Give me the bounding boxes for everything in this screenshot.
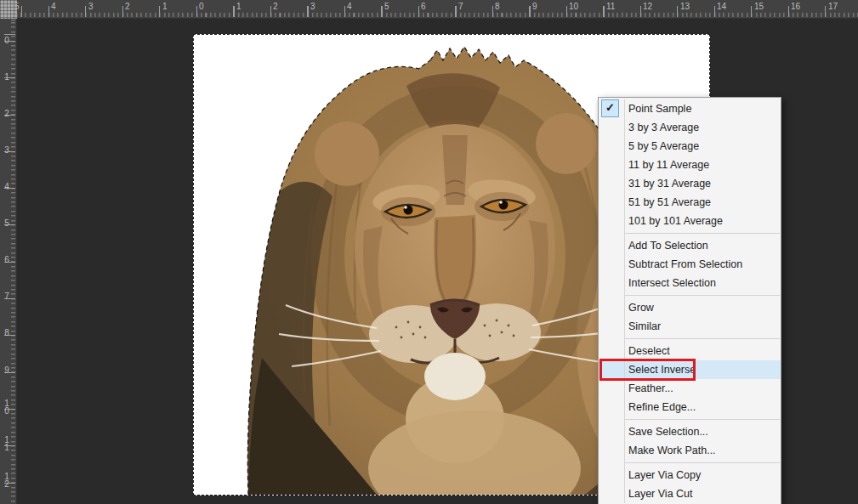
menu-icon-gutter-divider <box>624 99 625 503</box>
left-ruler-number: 11 <box>3 436 10 451</box>
left-ruler-number: 6 <box>3 256 10 263</box>
menu-item-select-inverse[interactable]: Select Inverse <box>599 360 781 379</box>
top-ruler-number: 6 <box>421 2 426 11</box>
left-ruler-number: 4 <box>3 183 10 190</box>
menu-item-label: Layer Via Cut <box>628 488 693 500</box>
menu-item-5-by-5-average[interactable]: 5 by 5 Average <box>599 137 781 156</box>
menu-item-label: Point Sample <box>628 103 691 115</box>
selection-context-menu: Point Sample✓3 by 3 Average5 by 5 Averag… <box>598 97 781 504</box>
menu-item-subtract-from-selection[interactable]: Subtract From Selection <box>599 255 781 274</box>
menu-item-label: 5 by 5 Average <box>628 140 699 152</box>
menu-item-add-to-selection[interactable]: Add To Selection <box>599 236 781 255</box>
top-ruler-number: 0 <box>199 2 204 11</box>
top-ruler-number: 17 <box>828 2 838 11</box>
top-ruler-number: 16 <box>791 2 800 11</box>
menu-separator <box>625 462 780 463</box>
menu-item-label: Similar <box>628 320 661 332</box>
menu-item-label: 31 by 31 Average <box>628 178 711 190</box>
left-ruler-number: 5 <box>3 219 10 227</box>
top-ruler-number: 13 <box>680 2 690 11</box>
left-ruler-number: 9 <box>3 366 10 374</box>
top-ruler-number: 5 <box>384 2 389 11</box>
menu-item-11-by-11-average[interactable]: 11 by 11 Average <box>599 156 781 174</box>
menu-item-3-by-3-average[interactable]: 3 by 3 Average <box>599 118 781 137</box>
menu-item-layer-via-copy[interactable]: Layer Via Copy <box>599 466 781 484</box>
menu-item-label: Refine Edge... <box>628 401 696 413</box>
left-ruler-number: 7 <box>3 292 10 300</box>
menu-item-make-work-path[interactable]: Make Work Path... <box>599 441 781 460</box>
menu-separator <box>625 338 780 339</box>
menu-item-grow[interactable]: Grow <box>599 298 781 317</box>
top-ruler-number: 4 <box>51 2 56 11</box>
menu-item-label: Save Selection... <box>628 426 708 438</box>
left-ruler-number: 8 <box>3 329 10 337</box>
menu-separator <box>625 295 780 296</box>
menu-item-101-by-101-average[interactable]: 101 by 101 Average <box>599 212 781 230</box>
menu-item-similar[interactable]: Similar <box>599 317 781 336</box>
menu-item-label: 3 by 3 Average <box>628 122 699 133</box>
top-ruler-number: 10 <box>569 2 578 11</box>
top-ruler-number: 2 <box>273 2 278 11</box>
top-ruler-number: 11 <box>606 2 615 11</box>
top-ruler-number: 12 <box>643 2 652 11</box>
menu-item-intersect-selection[interactable]: Intersect Selection <box>599 274 781 292</box>
top-ruler-number: 15 <box>754 2 764 11</box>
menu-item-label: Deselect <box>628 345 670 357</box>
left-ruler-number: 2 <box>3 110 10 117</box>
menu-item-label: Add To Selection <box>628 240 708 252</box>
top-ruler-number: 1 <box>162 2 168 11</box>
left-ruler-number: 1 <box>3 73 10 81</box>
menu-item-31-by-31-average[interactable]: 31 by 31 Average <box>599 174 781 193</box>
left-ruler-number: 12 <box>3 473 10 488</box>
top-ruler-number: 2 <box>125 2 130 11</box>
menu-separator <box>625 233 780 234</box>
top-ruler[interactable]: 5432101234567891011121314151617 <box>17 0 858 19</box>
top-ruler-number: 8 <box>495 2 500 11</box>
menu-item-label: 11 by 11 Average <box>628 159 709 171</box>
left-ruler[interactable]: 0123456789101112 <box>0 19 17 504</box>
menu-item-label: 51 by 51 Average <box>628 196 711 208</box>
menu-separator <box>625 419 780 420</box>
menu-item-label: Feather... <box>628 382 673 394</box>
menu-item-label: Intersect Selection <box>628 277 716 289</box>
menu-item-refine-edge[interactable]: Refine Edge... <box>599 398 781 416</box>
top-ruler-number: 7 <box>458 2 463 11</box>
menu-item-label: Make Work Path... <box>628 445 716 456</box>
menu-item-label: Grow <box>628 302 654 314</box>
top-ruler-major-ticks <box>17 6 858 17</box>
check-icon: ✓ <box>601 99 619 117</box>
top-ruler-number: 4 <box>347 2 352 11</box>
top-ruler-number: 9 <box>532 2 537 11</box>
left-ruler-number: 3 <box>3 146 10 154</box>
left-ruler-number: 0 <box>3 37 10 44</box>
menu-item-feather[interactable]: Feather... <box>599 379 781 398</box>
menu-item-point-sample[interactable]: Point Sample✓ <box>599 99 781 118</box>
top-ruler-number: 1 <box>236 2 241 11</box>
menu-item-label: 101 by 101 Average <box>628 215 723 227</box>
menu-item-label: Subtract From Selection <box>628 258 742 270</box>
menu-item-deselect[interactable]: Deselect <box>599 342 781 360</box>
left-ruler-number: 10 <box>3 399 10 415</box>
top-ruler-number: 3 <box>88 2 94 11</box>
ruler-origin-corner[interactable] <box>0 0 17 19</box>
top-ruler-number: 14 <box>717 2 726 11</box>
menu-item-layer-via-cut[interactable]: Layer Via Cut <box>599 484 781 503</box>
menu-item-save-selection[interactable]: Save Selection... <box>599 422 781 441</box>
menu-item-label: Select Inverse <box>628 364 696 376</box>
top-ruler-number: 3 <box>310 2 315 11</box>
menu-item-label: Layer Via Copy <box>628 469 701 481</box>
menu-item-51-by-51-average[interactable]: 51 by 51 Average <box>599 193 781 212</box>
